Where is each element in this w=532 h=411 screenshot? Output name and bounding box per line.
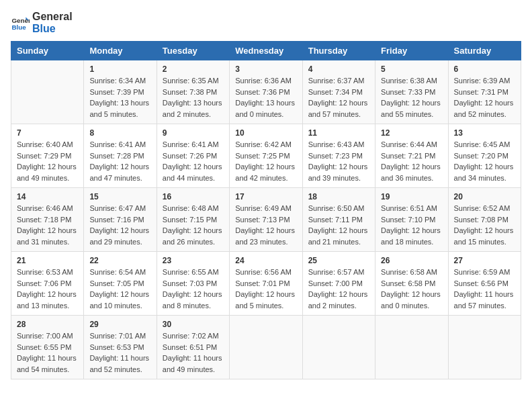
day-number: 10 [235, 128, 296, 138]
calendar-cell: 12Sunrise: 6:44 AMSunset: 7:21 PMDayligh… [375, 124, 448, 188]
dow-sunday: Sunday [11, 42, 84, 60]
logo-icon: General Blue [11, 13, 30, 32]
day-detail: Sunrise: 6:53 AMSunset: 7:06 PMDaylight:… [17, 267, 78, 311]
dow-saturday: Saturday [448, 42, 521, 60]
day-detail: Sunrise: 6:59 AMSunset: 6:56 PMDaylight:… [454, 267, 515, 311]
calendar-cell: 21Sunrise: 6:53 AMSunset: 7:06 PMDayligh… [11, 252, 84, 316]
dow-monday: Monday [84, 42, 157, 60]
svg-text:Blue: Blue [11, 23, 26, 30]
day-detail: Sunrise: 6:44 AMSunset: 7:21 PMDaylight:… [381, 139, 442, 183]
day-number: 24 [235, 256, 296, 265]
calendar-cell: 1Sunrise: 6:34 AMSunset: 7:39 PMDaylight… [84, 60, 157, 124]
calendar-cell: 3Sunrise: 6:36 AMSunset: 7:36 PMDaylight… [230, 60, 302, 124]
day-number: 13 [454, 128, 515, 138]
calendar-cell: 29Sunrise: 7:01 AMSunset: 6:53 PMDayligh… [84, 316, 157, 379]
day-number: 11 [308, 128, 369, 138]
day-number: 19 [381, 192, 442, 201]
calendar-cell: 4Sunrise: 6:37 AMSunset: 7:34 PMDaylight… [302, 60, 375, 124]
calendar-cell: 14Sunrise: 6:46 AMSunset: 7:18 PMDayligh… [11, 188, 84, 252]
calendar-cell: 30Sunrise: 7:02 AMSunset: 6:51 PMDayligh… [157, 316, 229, 379]
day-number: 18 [308, 192, 369, 201]
calendar-cell: 19Sunrise: 6:51 AMSunset: 7:10 PMDayligh… [375, 188, 448, 252]
logo-blue: Blue [32, 23, 73, 35]
day-detail: Sunrise: 6:50 AMSunset: 7:11 PMDaylight:… [308, 203, 369, 247]
calendar-cell: 22Sunrise: 6:54 AMSunset: 7:05 PMDayligh… [84, 252, 157, 316]
calendar-cell: 27Sunrise: 6:59 AMSunset: 6:56 PMDayligh… [448, 252, 521, 316]
day-number: 12 [381, 128, 442, 138]
day-number: 6 [454, 64, 515, 74]
day-number: 23 [163, 256, 224, 265]
calendar-cell: 28Sunrise: 7:00 AMSunset: 6:55 PMDayligh… [11, 316, 84, 379]
day-detail: Sunrise: 6:41 AMSunset: 7:26 PMDaylight:… [163, 139, 224, 183]
day-detail: Sunrise: 6:40 AMSunset: 7:29 PMDaylight:… [17, 139, 78, 183]
calendar-cell: 2Sunrise: 6:35 AMSunset: 7:38 PMDaylight… [157, 60, 229, 124]
day-detail: Sunrise: 6:37 AMSunset: 7:34 PMDaylight:… [308, 75, 369, 120]
day-number: 27 [454, 256, 515, 265]
calendar-cell: 25Sunrise: 6:57 AMSunset: 7:00 PMDayligh… [302, 252, 375, 316]
day-detail: Sunrise: 6:56 AMSunset: 7:01 PMDaylight:… [235, 267, 296, 311]
day-number: 22 [89, 256, 150, 265]
calendar-cell: 16Sunrise: 6:48 AMSunset: 7:15 PMDayligh… [157, 188, 229, 252]
calendar-cell [230, 316, 302, 379]
day-detail: Sunrise: 6:34 AMSunset: 7:39 PMDaylight:… [89, 75, 150, 120]
day-detail: Sunrise: 6:42 AMSunset: 7:25 PMDaylight:… [235, 139, 296, 183]
calendar-cell: 10Sunrise: 6:42 AMSunset: 7:25 PMDayligh… [230, 124, 302, 188]
calendar-cell [11, 60, 84, 124]
day-detail: Sunrise: 6:39 AMSunset: 7:31 PMDaylight:… [454, 75, 515, 120]
calendar-table: SundayMondayTuesdayWednesdayThursdayFrid… [11, 41, 521, 379]
calendar-cell: 6Sunrise: 6:39 AMSunset: 7:31 PMDaylight… [448, 60, 521, 124]
calendar-cell: 26Sunrise: 6:58 AMSunset: 6:58 PMDayligh… [375, 252, 448, 316]
calendar-cell: 7Sunrise: 6:40 AMSunset: 7:29 PMDaylight… [11, 124, 84, 188]
day-number: 7 [17, 128, 78, 138]
day-number: 9 [163, 128, 224, 138]
calendar-cell: 11Sunrise: 6:43 AMSunset: 7:23 PMDayligh… [302, 124, 375, 188]
week-row-3: 14Sunrise: 6:46 AMSunset: 7:18 PMDayligh… [11, 188, 521, 252]
week-row-4: 21Sunrise: 6:53 AMSunset: 7:06 PMDayligh… [11, 252, 521, 316]
day-number: 1 [89, 64, 150, 74]
day-detail: Sunrise: 6:38 AMSunset: 7:33 PMDaylight:… [381, 75, 442, 120]
week-row-5: 28Sunrise: 7:00 AMSunset: 6:55 PMDayligh… [11, 316, 521, 379]
week-row-2: 7Sunrise: 6:40 AMSunset: 7:29 PMDaylight… [11, 124, 521, 188]
calendar-cell: 18Sunrise: 6:50 AMSunset: 7:11 PMDayligh… [302, 188, 375, 252]
day-detail: Sunrise: 6:41 AMSunset: 7:28 PMDaylight:… [89, 139, 150, 183]
dow-tuesday: Tuesday [157, 42, 229, 60]
calendar-cell: 13Sunrise: 6:45 AMSunset: 7:20 PMDayligh… [448, 124, 521, 188]
dow-wednesday: Wednesday [230, 42, 302, 60]
day-number: 30 [163, 320, 224, 329]
calendar-cell [302, 316, 375, 379]
calendar-cell: 20Sunrise: 6:52 AMSunset: 7:08 PMDayligh… [448, 188, 521, 252]
dow-thursday: Thursday [302, 42, 375, 60]
day-detail: Sunrise: 6:48 AMSunset: 7:15 PMDaylight:… [163, 203, 224, 247]
calendar-cell: 15Sunrise: 6:47 AMSunset: 7:16 PMDayligh… [84, 188, 157, 252]
calendar-cell: 23Sunrise: 6:55 AMSunset: 7:03 PMDayligh… [157, 252, 229, 316]
day-detail: Sunrise: 6:49 AMSunset: 7:13 PMDaylight:… [235, 203, 296, 247]
day-number: 20 [454, 192, 515, 201]
day-detail: Sunrise: 6:35 AMSunset: 7:38 PMDaylight:… [163, 75, 224, 120]
day-detail: Sunrise: 6:47 AMSunset: 7:16 PMDaylight:… [89, 203, 150, 247]
day-detail: Sunrise: 6:46 AMSunset: 7:18 PMDaylight:… [17, 203, 78, 247]
calendar-cell: 5Sunrise: 6:38 AMSunset: 7:33 PMDaylight… [375, 60, 448, 124]
calendar-cell: 24Sunrise: 6:56 AMSunset: 7:01 PMDayligh… [230, 252, 302, 316]
day-number: 5 [381, 64, 442, 74]
calendar-cell [375, 316, 448, 379]
day-number: 14 [17, 192, 78, 201]
day-detail: Sunrise: 7:02 AMSunset: 6:51 PMDaylight:… [163, 330, 224, 375]
day-detail: Sunrise: 6:52 AMSunset: 7:08 PMDaylight:… [454, 203, 515, 247]
day-detail: Sunrise: 6:58 AMSunset: 6:58 PMDaylight:… [381, 267, 442, 311]
page-header: General Blue General Blue [11, 11, 521, 34]
day-detail: Sunrise: 7:00 AMSunset: 6:55 PMDaylight:… [17, 330, 78, 375]
day-number: 2 [163, 64, 224, 74]
day-number: 16 [163, 192, 224, 201]
calendar-cell: 9Sunrise: 6:41 AMSunset: 7:26 PMDaylight… [157, 124, 229, 188]
day-detail: Sunrise: 6:45 AMSunset: 7:20 PMDaylight:… [454, 139, 515, 183]
day-number: 28 [17, 320, 78, 329]
day-number: 17 [235, 192, 296, 201]
day-detail: Sunrise: 6:51 AMSunset: 7:10 PMDaylight:… [381, 203, 442, 247]
day-number: 3 [235, 64, 296, 74]
day-detail: Sunrise: 6:57 AMSunset: 7:00 PMDaylight:… [308, 267, 369, 311]
dow-friday: Friday [375, 42, 448, 60]
day-number: 29 [89, 320, 150, 329]
logo: General Blue General Blue [11, 11, 73, 34]
calendar-cell: 17Sunrise: 6:49 AMSunset: 7:13 PMDayligh… [230, 188, 302, 252]
day-number: 26 [381, 256, 442, 265]
